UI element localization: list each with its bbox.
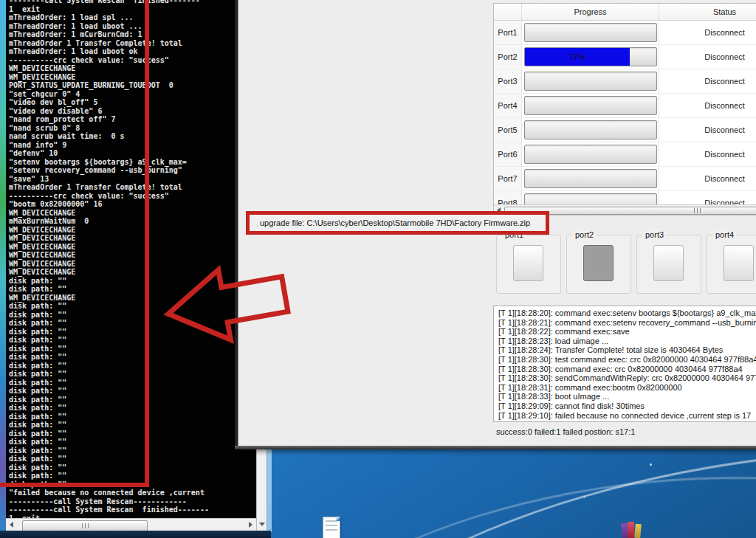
header-port: [494, 4, 522, 20]
port-groupbox-label: port2: [573, 230, 596, 239]
port-groupbox: port2: [566, 235, 631, 294]
port-progress-bar: [524, 120, 657, 139]
log-line: [T 1][18:28:30]: test command exec: crc …: [498, 355, 756, 365]
port-buttons-panel: port1 port2 port3 port4 port5 port6 port…: [496, 235, 756, 297]
log-line: [T 1][18:28:31]: command exec:bootm 0x82…: [498, 383, 756, 393]
port-row-label: Port4: [494, 94, 522, 117]
port-button[interactable]: [583, 245, 614, 281]
port-status-cell: Disconnect: [659, 142, 756, 166]
port-progress-bar: [524, 96, 657, 115]
port-button[interactable]: [724, 245, 754, 281]
wallpaper-sparkle: [650, 463, 652, 466]
port-row-label: Port2: [494, 45, 522, 69]
port-progress-bar: [524, 145, 657, 164]
log-line: [T 1][18:28:22]: command exec:save: [498, 327, 756, 337]
port-progress-bar: [524, 169, 657, 188]
log-line: [T 1][18:28:24]: Transfer Complete! tota…: [498, 345, 756, 355]
scrollbar-grip: [694, 208, 701, 213]
port-table-row: Port4 Disconnect: [494, 94, 756, 118]
header-progress: Progress: [522, 4, 659, 20]
log-line: [T 1][18:29:09]: cannot find disk! 30tim…: [498, 401, 756, 411]
port-row-label: Port8: [494, 191, 522, 204]
port-row-label: Port5: [494, 118, 522, 142]
port-table-row: Port1 Disconnect: [494, 21, 756, 45]
log-line: [T 1][18:28:20]: command exec:setenv boo…: [498, 308, 756, 318]
port-status-cell: Disconnect: [659, 191, 756, 204]
port-button[interactable]: [653, 245, 684, 281]
scrollbar-thumb[interactable]: [22, 520, 148, 531]
port-progress-bar: 77%: [524, 47, 657, 66]
upgrade-file-label: upgrade file: C:\Users\cyber\Desktop\Sta…: [250, 218, 530, 227]
upgrade-file-highlight-box: upgrade file: C:\Users\cyber\Desktop\Sta…: [246, 211, 549, 235]
port-progress-bar: [524, 72, 657, 91]
table-header-row: Progress Status Devices Ext: [494, 4, 756, 21]
desktop-text-file-icon[interactable]: [323, 517, 340, 538]
page-fold: [336, 517, 340, 521]
log-line: [T 1][18:29:10]: failed because no conne…: [498, 411, 756, 421]
port-table-row: Port6 Disconnect: [494, 142, 756, 167]
port-row-label: Port3: [494, 69, 522, 93]
port-status-table: Progress Status Devices Ext Port1 Discon…: [493, 3, 756, 215]
tool-window-bottom-edge: [235, 446, 756, 449]
screen: --------call System Rescan finished-----…: [0, 0, 756, 538]
log-line: [T 1][18:28:30]: command exec: crc 0x820…: [498, 365, 756, 374]
port-status-cell: Disconnect: [659, 45, 756, 69]
port-row-label: Port7: [494, 167, 522, 190]
header-status: Status: [659, 4, 756, 20]
scroll-right-arrow-icon[interactable]: [249, 522, 252, 528]
port-table-row: Port8 Disconnect: [494, 191, 756, 204]
port-status-cell: Disconnect: [659, 69, 756, 93]
port-progress-bar: [524, 193, 657, 204]
log-line: [T 1][18:28:23]: load uimage ...: [498, 337, 756, 346]
port-groupbox: port3: [636, 235, 701, 294]
scrollbar-grip: [82, 523, 89, 528]
summary-status-text: success:0 failed:1 failed postion: s17:1: [496, 427, 635, 436]
log-line: [T 1][18:28:21]: command exec:setenv rec…: [498, 318, 756, 328]
port-table-row: Port5 Disconnect: [494, 118, 756, 142]
port-button[interactable]: [513, 245, 543, 281]
terminal-bottom-edge: [0, 531, 271, 538]
scroll-down-arrow-icon[interactable]: [259, 523, 265, 526]
port-status-cell: Disconnect: [659, 167, 756, 190]
port-table-row: Port3 Disconnect: [494, 69, 756, 94]
port-progress-fill: 77%: [525, 48, 630, 66]
port-table-row: Port2 77% Disconnect: [494, 45, 756, 69]
port-groupbox: port4: [707, 235, 756, 294]
port-progress-bar: [524, 23, 657, 42]
port-groupbox: port1: [496, 235, 561, 294]
port-status-cell: Disconnect: [659, 94, 756, 117]
port-groupbox-label: port4: [713, 230, 736, 239]
port-row-label: Port6: [494, 142, 522, 166]
burning-log-panel: [T 1][18:28:20]: command exec:setenv boo…: [493, 306, 756, 422]
terminal-console: --------call System Rescan finished-----…: [6, 0, 256, 518]
log-line: [T 1][18:28:33]: boot uImage ...: [498, 392, 756, 401]
port-table-row: Port7 Disconnect: [494, 167, 756, 191]
port-groupbox-label: port3: [643, 230, 666, 239]
terminal-window: --------call System Rescan finished-----…: [0, 0, 271, 538]
scroll-left-arrow-icon[interactable]: [10, 522, 13, 528]
port-row-label: Port1: [494, 21, 522, 44]
wallpaper-sparkle: [583, 496, 585, 498]
port-status-cell: Disconnect: [659, 21, 756, 44]
desktop-winrar-icon[interactable]: [622, 522, 642, 538]
terminal-text: --------call System Rescan finished-----…: [6, 0, 256, 518]
port-status-cell: Disconnect: [659, 118, 756, 142]
log-line: [T 1][18:28:30]: sendCommandWithReply: c…: [498, 373, 756, 383]
